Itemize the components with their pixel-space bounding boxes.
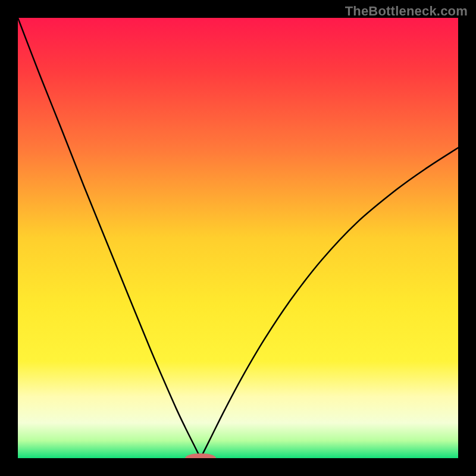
chart-frame: TheBottleneck.com [0,0,476,476]
gradient-background [18,18,458,458]
chart-svg [18,18,458,458]
watermark-text: TheBottleneck.com [345,4,468,19]
plot-area [18,18,458,458]
